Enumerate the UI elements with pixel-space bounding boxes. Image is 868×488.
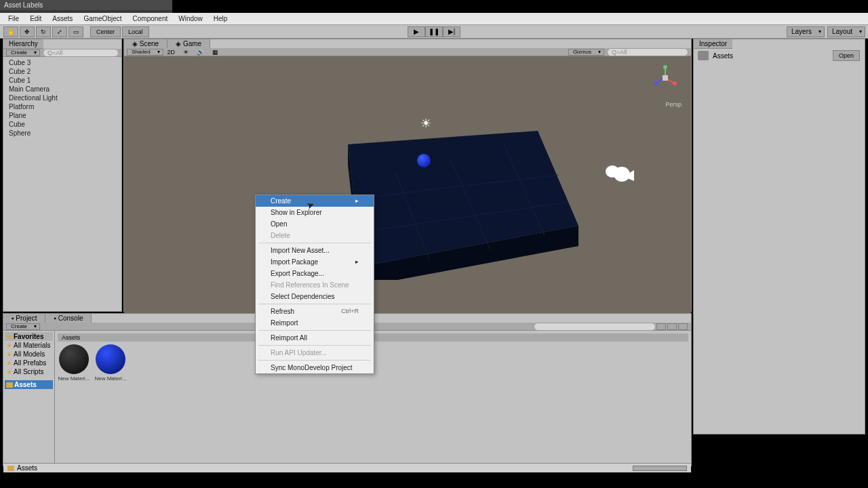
context-item[interactable]: Reimport All [256, 332, 374, 344]
inspector-panel: Inspector Assets Open [693, 39, 865, 434]
shading-dropdown[interactable]: Shaded [127, 49, 163, 56]
project-filter-1[interactable] [656, 323, 666, 330]
scene-viewport[interactable]: ☀ Persp [124, 56, 691, 314]
orientation-gizmo[interactable] [652, 64, 679, 92]
context-separator [258, 345, 371, 346]
project-tree: ★Favorites ★All Materials★All Models★All… [3, 331, 55, 463]
hand-tool[interactable]: ✋ [3, 26, 18, 37]
thumbnail-size-slider[interactable] [633, 466, 687, 471]
context-item[interactable]: Import Package▸ [256, 256, 374, 268]
tab-game[interactable]: ◈ Game [167, 39, 210, 48]
menu-gameobject[interactable]: GameObject [78, 14, 127, 24]
hierarchy-item[interactable]: Plane [3, 111, 121, 120]
menu-component[interactable]: Component [127, 14, 174, 24]
assets-root[interactable]: Assets [5, 380, 53, 389]
menu-file[interactable]: File [3, 14, 24, 24]
scale-tool[interactable]: ⤢ [52, 26, 67, 37]
context-menu: Create▸Show in ExplorerOpenDeleteImport … [255, 195, 374, 374]
context-item: Run API Updater... [256, 347, 374, 359]
project-search[interactable] [534, 323, 656, 331]
svg-point-16 [654, 81, 658, 85]
project-filter-2[interactable] [667, 323, 677, 330]
context-separator [258, 243, 371, 243]
favorite-item[interactable]: ★All Materials [5, 341, 53, 350]
asset-item[interactable]: New Materi... [58, 344, 90, 382]
gizmos-dropdown[interactable]: Gizmos [568, 49, 604, 56]
pause-button[interactable]: ❚❚ [425, 26, 443, 37]
project-create[interactable]: Create [6, 323, 40, 330]
svg-point-15 [673, 81, 677, 85]
camera-gizmo-icon [604, 165, 634, 190]
menu-assets[interactable]: Assets [47, 14, 78, 24]
layout-dropdown[interactable]: Layout [827, 26, 865, 37]
tab-project[interactable]: ▪ Project [3, 314, 45, 323]
hierarchy-item[interactable]: Sphere [3, 129, 121, 138]
svg-rect-17 [663, 75, 668, 81]
asset-icon [698, 51, 709, 60]
hierarchy-create[interactable]: Create [6, 49, 40, 56]
context-item[interactable]: Export Package... [256, 268, 374, 279]
scene-audio-toggle[interactable]: 🔊 [193, 49, 208, 56]
favorite-item[interactable]: ★All Models [5, 350, 53, 359]
context-item[interactable]: Open [256, 218, 374, 230]
open-button[interactable]: Open [833, 50, 860, 61]
hierarchy-item[interactable]: Main Camera [3, 85, 121, 94]
toolbar: ✋ ✥ ↻ ⤢ ▭ Center Local ▶ ❚❚ ▶| Layers La… [0, 25, 868, 39]
menu-help[interactable]: Help [208, 14, 233, 24]
context-item[interactable]: Select Dependencies [256, 291, 374, 302]
scene-2d-toggle[interactable]: 2D [163, 49, 180, 56]
hierarchy-item[interactable]: Cube 3 [3, 58, 121, 67]
hierarchy-search[interactable]: Q=All [43, 49, 119, 57]
pivot-toggle[interactable]: Center [90, 26, 121, 37]
favorite-item[interactable]: ★All Scripts [5, 367, 53, 376]
perspective-label[interactable]: Persp [665, 101, 682, 108]
project-filter-3[interactable] [678, 323, 688, 330]
step-button[interactable]: ▶| [443, 26, 460, 37]
favorites-list: ★All Materials★All Models★All Prefabs★Al… [5, 341, 53, 376]
space-toggle[interactable]: Local [122, 26, 149, 37]
move-tool[interactable]: ✥ [20, 26, 35, 37]
hierarchy-item[interactable]: Directional Light [3, 94, 121, 102]
hierarchy-item[interactable]: Cube [3, 120, 121, 129]
hierarchy-item[interactable]: Platform [3, 102, 121, 111]
layers-dropdown[interactable]: Layers [787, 26, 825, 37]
context-item: Delete [256, 230, 374, 241]
menu-edit[interactable]: Edit [24, 14, 47, 24]
play-button[interactable]: ▶ [408, 26, 425, 37]
inspector-tab[interactable]: Inspector [694, 39, 732, 49]
context-item: Find References In Scene [256, 279, 374, 291]
hierarchy-tab[interactable]: Hierarchy [3, 39, 43, 49]
favorite-item[interactable]: ★All Prefabs [5, 359, 53, 367]
context-separator [258, 330, 371, 331]
asset-labels-title: Asset Labels [0, 0, 172, 10]
folder-icon [7, 466, 14, 471]
hierarchy-list: Cube 3Cube 2Cube 1Main CameraDirectional… [3, 57, 121, 139]
hierarchy-item[interactable]: Cube 2 [3, 67, 121, 76]
asset-item[interactable]: New Materi... [94, 344, 127, 382]
scene-search[interactable]: Q=All [607, 48, 688, 56]
scene-fx-toggle[interactable]: ▦ [208, 49, 222, 56]
hierarchy-item[interactable]: Cube 1 [3, 76, 121, 85]
light-gizmo-icon: ☀ [420, 116, 431, 131]
menu-window[interactable]: Window [173, 14, 208, 24]
scene-tabs: ◈ Scene◈ Game [124, 39, 691, 48]
hierarchy-panel: Hierarchy Create Q=All Cube 3Cube 2Cube … [3, 39, 122, 312]
sphere-object [417, 154, 431, 167]
context-item[interactable]: Import New Asset... [256, 245, 374, 256]
scene-light-toggle[interactable]: ☀ [179, 49, 193, 56]
context-item[interactable]: Sync MonoDevelop Project [256, 362, 374, 373]
project-footer-path: Assets [17, 464, 37, 472]
tab-console[interactable]: ▪ Console [45, 314, 92, 323]
favorites-header[interactable]: ★Favorites [5, 332, 53, 341]
svg-point-14 [663, 65, 667, 69]
scene-panel: ◈ Scene◈ Game Shaded 2D ☀ 🔊 ▦ Gizmos Q=A… [123, 39, 692, 312]
menubar: FileEditAssetsGameObjectComponentWindowH… [0, 13, 868, 25]
inspector-asset-name: Assets [713, 52, 733, 60]
rect-tool[interactable]: ▭ [68, 26, 83, 37]
rotate-tool[interactable]: ↻ [36, 26, 51, 37]
context-separator [258, 304, 371, 304]
context-separator [258, 360, 371, 361]
context-item[interactable]: RefreshCtrl+R [256, 306, 374, 317]
tab-scene[interactable]: ◈ Scene [124, 39, 167, 48]
context-item[interactable]: Reimport [256, 317, 374, 329]
